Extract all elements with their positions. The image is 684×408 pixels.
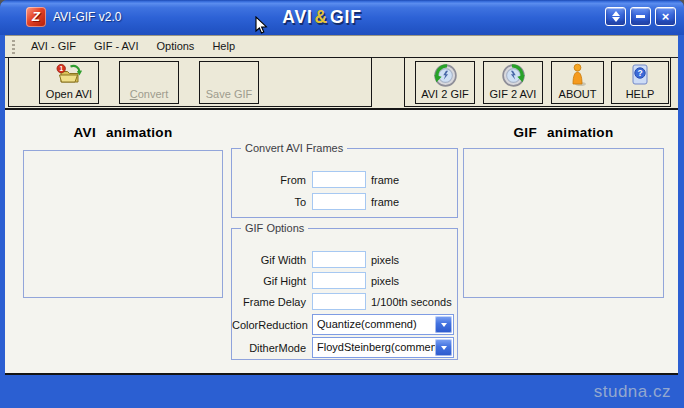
brand-gif: GIF (330, 6, 362, 27)
window-title: AVI-GIF v2.0 (53, 10, 121, 24)
from-label: From (232, 174, 312, 186)
gif-hight-label: Gif Hight (232, 275, 312, 287)
help-label: HELP (626, 88, 655, 101)
menu-avi-gif[interactable]: AVI - GIF (22, 36, 85, 57)
convert-frames-group: Convert AVI Frames From frame To frame (231, 148, 458, 218)
color-reduction-row: ColorReduction Quantize(commend) (232, 314, 454, 335)
convert-circle-icon (433, 62, 458, 88)
gif-preview-panel (463, 148, 664, 298)
open-avi-label: Open AVI (46, 88, 92, 101)
rollup-button[interactable] (605, 7, 626, 26)
convert-label: Convert (130, 88, 169, 101)
gif-options-title: GIF Options (241, 222, 308, 234)
open-folder-icon: 1 (56, 62, 83, 88)
help-book-icon: ? (630, 62, 650, 88)
color-reduction-select[interactable]: Quantize(commend) (312, 314, 454, 335)
brand-text: AVI&GIF (282, 6, 362, 28)
color-reduction-value: Quantize(commend) (317, 318, 417, 330)
menu-options[interactable]: Options (147, 36, 203, 57)
toolbar-band-right: AVI 2 GIF GIF 2 AVI (404, 57, 671, 107)
about-label: ABOUT (559, 88, 597, 101)
dither-mode-label: DitherMode (232, 342, 312, 354)
frame-delay-input[interactable] (312, 293, 366, 310)
help-button[interactable]: ? HELP (611, 61, 669, 104)
app-window: Z AVI-GIF v2.0 AVI&GIF × AVI - GIF GIF -… (0, 0, 684, 408)
to-suffix: frame (366, 196, 399, 208)
triangle-down-icon (612, 17, 620, 22)
person-icon (568, 62, 588, 88)
gif-hight-row: Gif Hight pixels (232, 272, 399, 289)
frame-delay-label: Frame Delay (232, 296, 312, 308)
gif-options-group: GIF Options Gif Width pixels Gif Hight p… (231, 228, 458, 360)
avi-animation-heading: AVI animation (23, 125, 223, 140)
menu-help[interactable]: Help (203, 36, 244, 57)
chevron-down-icon[interactable] (435, 316, 452, 333)
frame-delay-row: Frame Delay 1/100th seconds (232, 293, 452, 310)
mouse-cursor-icon (255, 16, 268, 37)
about-button[interactable]: ABOUT (551, 61, 604, 104)
close-icon: × (662, 10, 670, 23)
app-logo-icon: Z (26, 7, 46, 27)
brand-avi: AVI (282, 6, 313, 27)
gif-2-avi-button[interactable]: GIF 2 AVI (483, 61, 543, 104)
dither-mode-value: FloydSteinberg(commend (317, 341, 443, 353)
from-row: From frame (232, 171, 399, 188)
convert-circle-icon (501, 62, 526, 88)
title-bar: Z AVI-GIF v2.0 AVI&GIF × (0, 0, 684, 35)
chevron-down-icon[interactable] (435, 339, 452, 356)
gif-hight-input[interactable] (312, 272, 366, 289)
client-area: AVI animation GIF animation Convert AVI … (5, 110, 678, 375)
watermark-text: studna.cz (594, 382, 671, 402)
gif-hight-suffix: pixels (366, 275, 399, 287)
svg-text:1: 1 (59, 65, 63, 72)
dither-mode-row: DitherMode FloydSteinberg(commend (232, 337, 454, 358)
minimize-icon (636, 15, 645, 18)
gif-animation-heading: GIF animation (463, 125, 664, 140)
to-input[interactable] (312, 193, 366, 210)
dither-mode-select[interactable]: FloydSteinberg(commend (312, 337, 454, 358)
open-avi-button[interactable]: 1 Open AVI (39, 61, 99, 104)
gif-width-label: Gif Width (232, 254, 312, 266)
frame-delay-suffix: 1/100th seconds (366, 296, 452, 308)
brand-ampersand: & (313, 6, 330, 27)
from-input[interactable] (312, 171, 366, 188)
minimize-button[interactable] (630, 7, 651, 26)
from-suffix: frame (366, 174, 399, 186)
menu-bar: AVI - GIF GIF - AVI Options Help (5, 35, 678, 58)
toolbar: 1 Open AVI Convert Save GIF (5, 58, 678, 110)
close-button[interactable]: × (655, 7, 676, 26)
triangle-up-icon (612, 11, 620, 16)
to-row: To frame (232, 193, 399, 210)
gif-width-input[interactable] (312, 251, 366, 268)
gif-width-row: Gif Width pixels (232, 251, 399, 268)
menu-gif-avi[interactable]: GIF - AVI (85, 36, 147, 57)
avi-2-gif-button[interactable]: AVI 2 GIF (415, 61, 475, 104)
menubar-gripper (12, 40, 15, 54)
convert-frames-title: Convert AVI Frames (241, 142, 347, 154)
save-gif-button: Save GIF (199, 61, 259, 104)
svg-text:?: ? (637, 68, 642, 78)
save-gif-label: Save GIF (206, 88, 252, 101)
avi-2-gif-label: AVI 2 GIF (421, 88, 468, 101)
window-controls: × (605, 7, 676, 26)
toolbar-band-left: 1 Open AVI Convert Save GIF (8, 57, 372, 107)
color-reduction-label: ColorReduction (232, 319, 312, 331)
gif-2-avi-label: GIF 2 AVI (490, 88, 537, 101)
to-label: To (232, 196, 312, 208)
convert-button: Convert (119, 61, 179, 104)
avi-preview-panel (23, 150, 223, 298)
gif-width-suffix: pixels (366, 254, 399, 266)
